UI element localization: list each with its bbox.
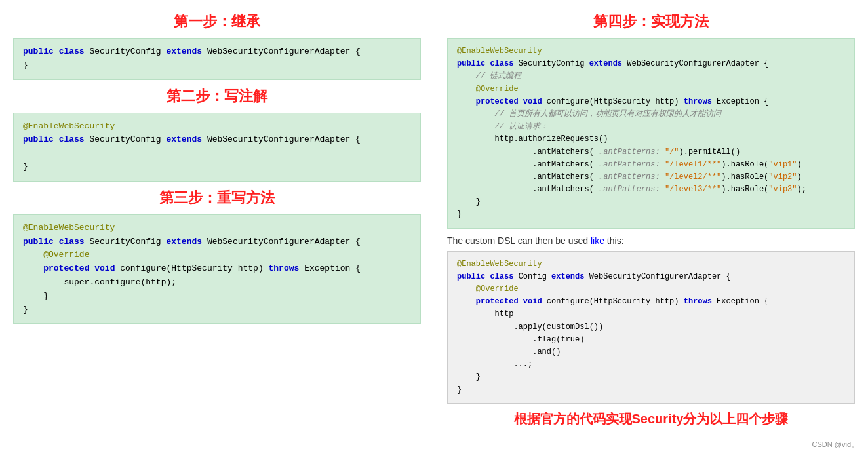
step4-title: 第四步：实现方法 [447,12,855,31]
like-link: like [591,235,604,246]
summary-text: 根据官方的代码实现Security分为以上四个步骤 [447,410,855,428]
example-code: @EnableWebSecurity public class Config e… [447,251,855,404]
watermark: CSDN @vid。 [812,440,858,450]
step3-code: @EnableWebSecurity public class Security… [13,214,421,324]
step2-section: 第二步：写注解 @EnableWebSecurity public class … [13,87,421,182]
page-container: 第一步：继承 public class SecurityConfig exten… [0,0,868,466]
step1-code: public class SecurityConfig extends WebS… [13,38,421,80]
step2-code: @EnableWebSecurity public class Security… [13,113,421,182]
desc-text: The custom DSL can then be used like thi… [447,235,855,246]
right-column: 第四步：实现方法 @EnableWebSecurity public class… [434,7,855,459]
step1-title: 第一步：继承 [13,12,421,31]
step2-title: 第二步：写注解 [13,87,421,106]
step3-title: 第三步：重写方法 [13,188,421,208]
step3-section: 第三步：重写方法 @EnableWebSecurity public class… [13,188,421,324]
step4-section: 第四步：实现方法 @EnableWebSecurity public class… [447,12,855,229]
step1-section: 第一步：继承 public class SecurityConfig exten… [13,12,421,80]
left-column: 第一步：继承 public class SecurityConfig exten… [13,7,434,459]
step4-code: @EnableWebSecurity public class Security… [447,38,855,229]
